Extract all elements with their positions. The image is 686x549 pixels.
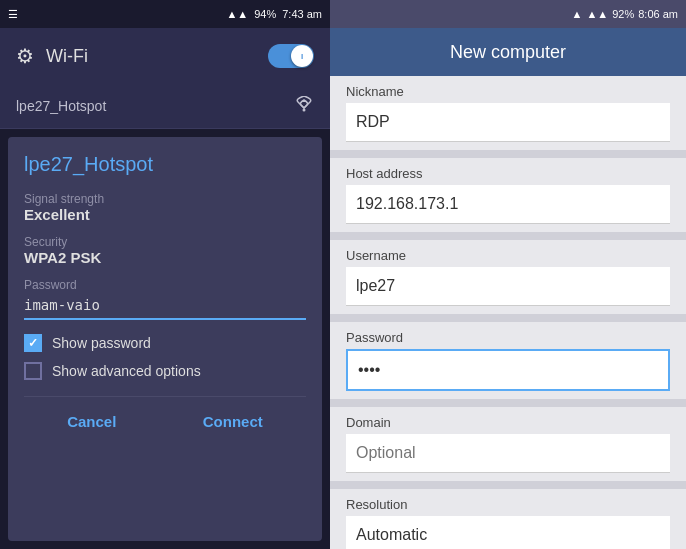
separator-4 (330, 399, 686, 407)
dialog-buttons: Cancel Connect (24, 396, 306, 434)
security-label: Security (24, 235, 306, 249)
show-password-checkbox[interactable]: ✓ (24, 334, 42, 352)
password-field: Password (330, 322, 686, 399)
signal-icon-right: ▲▲ (586, 8, 608, 20)
status-bar-left: ☰ ▲▲ 94% 7:43 am (0, 0, 330, 28)
separator-2 (330, 232, 686, 240)
right-panel: ▲ ▲▲ 92% 8:06 am New computer Nickname H… (330, 0, 686, 549)
show-advanced-label: Show advanced options (52, 363, 201, 379)
signal-strength-label: Signal strength (24, 192, 306, 206)
domain-field: Domain (330, 407, 686, 481)
wifi-toggle[interactable]: I (268, 44, 314, 68)
svg-point-0 (303, 109, 306, 112)
settings-icon: ⚙ (16, 44, 34, 68)
show-password-label: Show password (52, 335, 151, 351)
security-row: Security WPA2 PSK (24, 235, 306, 266)
connect-button[interactable]: Connect (187, 409, 279, 434)
signal-icon-left: ▲▲ (226, 8, 248, 20)
battery-right: 92% (612, 8, 634, 20)
domain-input[interactable] (346, 434, 670, 473)
left-panel: ☰ ▲▲ 94% 7:43 am ⚙ Wi-Fi I lpe27_Hotspot (0, 0, 330, 549)
host-field: Host address (330, 158, 686, 232)
battery-left: 94% (254, 8, 276, 20)
network-name-list: lpe27_Hotspot (16, 98, 106, 114)
resolution-field: Resolution (330, 489, 686, 549)
password-label: Password (24, 278, 306, 292)
wifi-title: Wi-Fi (46, 46, 256, 67)
wifi-dialog: lpe27_Hotspot Signal strength Excellent … (8, 137, 322, 541)
network-list-item[interactable]: lpe27_Hotspot (0, 84, 330, 129)
domain-label: Domain (346, 415, 670, 430)
nickname-label: Nickname (346, 84, 670, 99)
form-content: Nickname Host address Username Password … (330, 76, 686, 549)
time-right: 8:06 am (638, 8, 678, 20)
host-label: Host address (346, 166, 670, 181)
show-password-row[interactable]: ✓ Show password (24, 334, 306, 352)
show-advanced-checkbox[interactable] (24, 362, 42, 380)
password-input-text: imam-vaio (24, 297, 100, 313)
separator-1 (330, 150, 686, 158)
password-input-wrapper[interactable]: imam-vaio (24, 296, 306, 320)
app-header: New computer (330, 28, 686, 76)
nickname-input[interactable] (346, 103, 670, 142)
password-input[interactable] (346, 349, 670, 391)
security-value: WPA2 PSK (24, 249, 306, 266)
toggle-knob: I (291, 45, 313, 67)
dialog-network-name: lpe27_Hotspot (24, 153, 306, 176)
host-input[interactable] (346, 185, 670, 224)
nickname-field: Nickname (330, 76, 686, 150)
signal-strength-value: Excellent (24, 206, 306, 223)
wifi-header: ⚙ Wi-Fi I (0, 28, 330, 84)
show-advanced-row[interactable]: Show advanced options (24, 362, 306, 380)
cancel-button[interactable]: Cancel (51, 409, 132, 434)
app-header-title: New computer (450, 42, 566, 63)
resolution-input[interactable] (346, 516, 670, 549)
left-status-icons: ☰ (8, 8, 18, 21)
separator-5 (330, 481, 686, 489)
time-left: 7:43 am (282, 8, 322, 20)
password-field-section: Password imam-vaio (24, 278, 306, 320)
password-field-label: Password (346, 330, 670, 345)
signal-strength-row: Signal strength Excellent (24, 192, 306, 223)
menu-icon: ☰ (8, 8, 18, 21)
resolution-label: Resolution (346, 497, 670, 512)
wifi-icon-right: ▲ (572, 8, 583, 20)
username-label: Username (346, 248, 670, 263)
separator-3 (330, 314, 686, 322)
check-icon: ✓ (28, 336, 38, 350)
username-field: Username (330, 240, 686, 314)
status-bar-right: ▲ ▲▲ 92% 8:06 am (330, 0, 686, 28)
wifi-signal-icon (294, 96, 314, 116)
username-input[interactable] (346, 267, 670, 306)
